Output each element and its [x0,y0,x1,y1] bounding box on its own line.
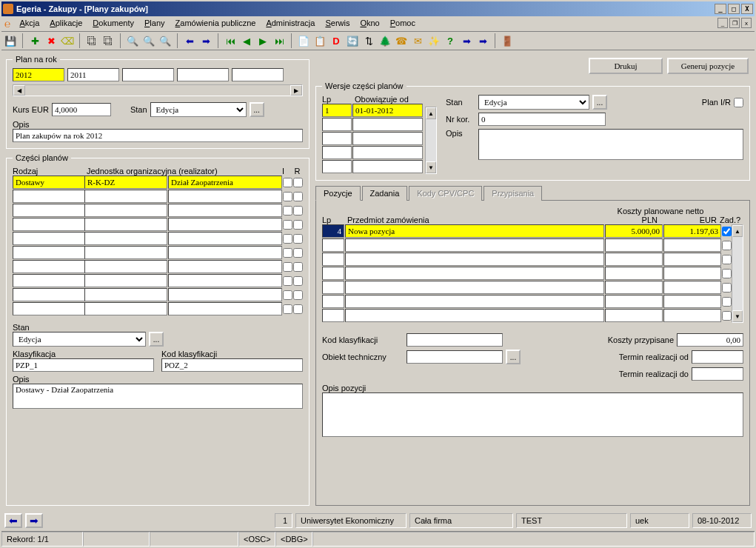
kosztyprzyp-field[interactable] [677,333,743,347]
menu-dokumenty[interactable]: Dokumenty [91,18,136,30]
nav-next-icon[interactable]: ➡ [477,35,489,47]
poz-zad-checkbox[interactable] [722,311,732,321]
poz-eur-field[interactable] [663,238,721,252]
czesci-opis-field[interactable]: Dostawy - Dział Zaopatrzenia [13,384,303,409]
help-icon[interactable]: ? [444,35,456,47]
nrkor-field[interactable] [478,113,606,126]
poz-eur-field[interactable] [663,253,721,266]
czesci-jedn-field[interactable] [168,288,282,301]
czesci-kod-field[interactable] [84,190,167,203]
opis-field[interactable] [13,129,303,142]
terminod-field[interactable] [692,350,743,364]
czesci-r-checkbox[interactable] [293,290,303,300]
prev-icon[interactable]: ⬅ [184,35,195,47]
poz-eur-field[interactable] [663,295,721,308]
poz-eur-field[interactable] [663,281,721,294]
poz-pln-field[interactable] [605,295,663,308]
menu-pomoc[interactable]: Pomoc [389,18,417,30]
czesci-kod-field[interactable] [84,274,167,287]
opispoz-field[interactable] [322,392,743,437]
wersje-stan-lookup-button[interactable]: ... [592,95,607,110]
wersje-scrollbar[interactable]: ▲▼ [425,107,437,174]
last-icon[interactable]: ⏭ [273,35,285,47]
czesci-i-checkbox[interactable] [283,178,292,187]
tab-pozycje[interactable]: Pozycje [315,186,361,201]
menu-serwis[interactable]: Serwis [324,18,351,30]
wersje-od-field[interactable] [352,104,423,117]
poz-lp-field[interactable] [322,267,344,280]
czesci-stan-select[interactable]: Edycja [13,332,146,347]
obiekt-field[interactable] [407,350,503,364]
poz-lp-field[interactable] [322,253,344,266]
wersje-od-field[interactable] [352,160,423,173]
poz-pln-field[interactable] [605,238,663,252]
fwd-icon[interactable]: ▶ [257,35,269,47]
tab-kody[interactable]: Kody CPV/CPC [409,186,482,201]
czesci-i-checkbox[interactable] [283,248,292,258]
list-icon[interactable]: 📋 [314,35,326,47]
phone-icon[interactable]: ☎ [395,35,407,47]
generuj-button[interactable]: Generuj pozycje [667,58,749,74]
year-4-field[interactable] [177,68,229,81]
obiekt-lookup-button[interactable]: ... [506,350,521,364]
czesci-jedn-field[interactable] [168,190,282,203]
czesci-i-checkbox[interactable] [283,206,292,215]
save-icon[interactable]: 💾 [4,35,16,47]
poz-zad-checkbox[interactable] [722,269,732,278]
clear-icon[interactable]: ⌫ [61,35,73,47]
delete-icon[interactable]: ✖ [45,35,57,47]
exit-icon[interactable]: 🚪 [501,35,513,47]
stan-lookup-button[interactable]: ... [250,102,264,117]
poz-pln-field[interactable] [605,253,663,266]
drukuj-button[interactable]: Drukuj [589,58,663,74]
czesci-kod-field[interactable] [84,218,167,231]
czesci-r-checkbox[interactable] [293,234,303,244]
mail-icon[interactable]: ✉ [412,35,424,47]
czesci-r-checkbox[interactable] [293,206,303,215]
mdi-close-button[interactable]: x [741,18,752,28]
next-icon[interactable]: ➡ [200,35,212,47]
czesci-i-checkbox[interactable] [283,262,292,272]
wersje-lp-field[interactable] [322,118,352,131]
year-1-field[interactable] [13,68,64,81]
czesci-i-checkbox[interactable] [283,220,292,230]
poz-lp-field[interactable] [322,224,344,238]
poz-eur-field[interactable] [663,224,721,238]
poz-przedmiot-field[interactable] [345,224,604,238]
czesci-jedn-field[interactable] [168,176,282,189]
czesci-r-checkbox[interactable] [293,178,303,187]
doc-icon[interactable]: 📄 [298,35,310,47]
copy-icon[interactable]: ⿻ [86,35,98,47]
menu-akcja[interactable]: Akcja [18,18,41,30]
czesci-r-checkbox[interactable] [293,304,303,314]
czesci-jedn-field[interactable] [168,246,282,259]
wizard-icon[interactable]: ✨ [428,35,440,47]
kurs-eur-field[interactable] [52,103,111,116]
nav-back-button[interactable]: ⬅ [4,513,22,528]
poz-przedmiot-field[interactable] [345,267,604,280]
add-icon[interactable]: ✚ [29,35,41,47]
tree-icon[interactable]: 🌲 [379,35,391,47]
poz-lp-field[interactable] [322,238,344,252]
czesci-kod-field[interactable] [84,176,167,189]
first-icon[interactable]: ⏮ [224,35,236,47]
wersje-lp-field[interactable] [322,160,352,173]
czesci-i-checkbox[interactable] [283,304,292,314]
menu-aplikacje[interactable]: Aplikacje [48,18,84,30]
poz-kodklas-field[interactable] [407,333,503,347]
czesci-r-checkbox[interactable] [293,192,303,201]
czesci-jedn-field[interactable] [168,218,282,231]
czesci-kod-field[interactable] [84,302,167,315]
menu-plany[interactable]: Plany [143,18,167,30]
termindo-field[interactable] [692,367,743,381]
close-button[interactable]: X [741,4,753,14]
mdi-restore-button[interactable]: ❐ [729,18,740,28]
tab-zadania[interactable]: Zadania [362,186,408,201]
poz-pln-field[interactable] [605,309,663,322]
poz-przedmiot-field[interactable] [345,253,604,266]
poz-eur-field[interactable] [663,267,721,280]
wersje-opis-field[interactable] [478,129,743,160]
years-scrollbar[interactable]: ◀▶ [13,84,303,96]
czesci-stan-lookup-button[interactable]: ... [149,332,164,347]
wersje-od-field[interactable] [352,118,423,131]
